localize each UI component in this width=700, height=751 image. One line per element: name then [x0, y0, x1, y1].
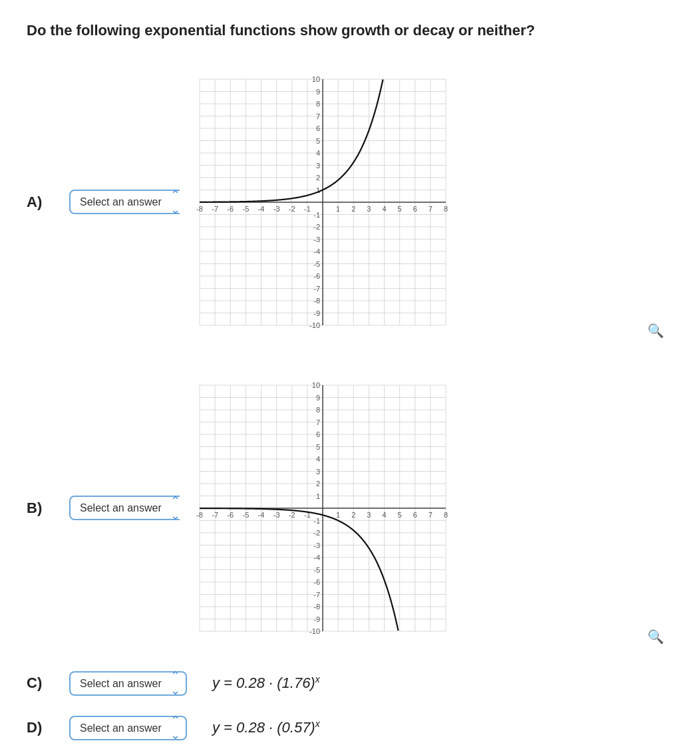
question-B-label: B): [27, 500, 51, 517]
question-D-select[interactable]: Select an answer Growth Decay Neither: [69, 716, 187, 740]
question-D-formula: y = 0.28 · (0.57)x: [212, 718, 320, 736]
question-A-block: A) Select an answer Growth Decay Neither…: [27, 59, 673, 345]
question-C-formula: y = 0.28 · (1.76)x: [212, 674, 320, 692]
question-A-select[interactable]: Select an answer Growth Decay Neither: [69, 190, 187, 214]
question-D-select-wrapper: Select an answer Growth Decay Neither ⌃⌄: [69, 716, 187, 740]
question-A-label-col: A) Select an answer Growth Decay Neither…: [27, 190, 173, 214]
question-C-label: C): [27, 675, 51, 692]
graph-A-container: 🔍: [180, 59, 673, 345]
question-C-select-wrapper: Select an answer Growth Decay Neither ⌃⌄: [69, 671, 187, 696]
question-B-block: B) Select an answer Growth Decay Neither…: [27, 365, 673, 651]
question-B-select-wrapper: Select an answer Growth Decay Neither ⌃⌄: [69, 496, 187, 520]
page-title: Do the following exponential functions s…: [27, 21, 673, 41]
zoom-A-icon[interactable]: 🔍: [647, 323, 664, 339]
graph-A-canvas: [180, 59, 466, 345]
question-B-select[interactable]: Select an answer Growth Decay Neither: [69, 496, 187, 520]
question-C-select[interactable]: Select an answer Growth Decay Neither: [69, 671, 187, 696]
graph-B-container: 🔍: [180, 365, 673, 651]
question-A-label: A): [27, 194, 51, 211]
question-A-select-wrapper: Select an answer Growth Decay Neither ⌃⌄: [69, 190, 187, 214]
graph-B-canvas: [180, 365, 466, 651]
question-D-label: D): [27, 719, 51, 736]
question-D-row: D) Select an answer Growth Decay Neither…: [27, 716, 673, 740]
zoom-B-icon[interactable]: 🔍: [647, 629, 664, 645]
question-B-label-col: B) Select an answer Growth Decay Neither…: [27, 496, 173, 520]
question-C-row: C) Select an answer Growth Decay Neither…: [27, 671, 673, 696]
